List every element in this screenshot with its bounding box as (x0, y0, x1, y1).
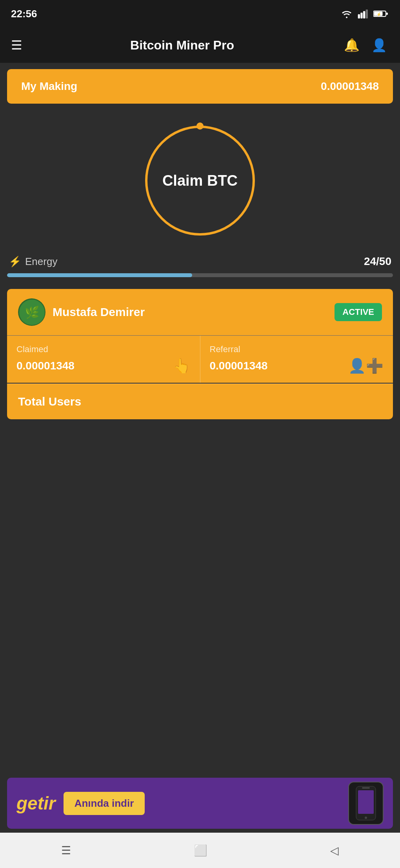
ad-cta-button[interactable]: Anında indir (64, 792, 145, 815)
claimed-value: 0.00001348 (16, 360, 75, 372)
referral-value-row: 0.00001348 👤➕ (210, 358, 384, 374)
referral-cell: Referral 0.00001348 👤➕ (200, 336, 393, 383)
claimed-cell: Claimed 0.00001348 👆 (7, 336, 200, 383)
claimed-label: Claimed (16, 344, 191, 355)
battery-icon: ⚡ (373, 9, 389, 18)
svg-text:⚡: ⚡ (376, 12, 382, 17)
status-icons: ⚡ (340, 9, 389, 18)
user-card: 🌿 Mustafa Demirer ACTIVE (7, 289, 393, 335)
bell-icon[interactable]: 🔔 (342, 38, 362, 53)
nav-title: Bitcoin Miner Pro (30, 38, 334, 53)
bottom-home-icon[interactable]: ☰ (61, 844, 71, 857)
svg-rect-0 (358, 14, 360, 18)
status-time: 22:56 (11, 8, 37, 20)
total-users-card: Total Users (7, 384, 393, 419)
energy-bar-fill (7, 273, 192, 277)
signal-icon (358, 9, 369, 18)
energy-left: ⚡ Energy (9, 256, 57, 268)
energy-bar-background (7, 273, 393, 277)
energy-section: ⚡ Energy 24/50 (0, 251, 400, 285)
ad-banner[interactable]: getir Anında indir (7, 778, 393, 829)
wifi-icon (340, 9, 353, 18)
avatar-inner: 🌿 (19, 300, 45, 325)
my-making-value: 0.00001348 (321, 80, 379, 93)
claimed-value-row: 0.00001348 👆 (16, 358, 191, 374)
user-info: 🌿 Mustafa Demirer (18, 298, 145, 326)
user-name: Mustafa Demirer (53, 305, 145, 319)
bottom-back-button[interactable]: ◁ (330, 844, 339, 857)
claim-btc-button[interactable]: Claim BTC (145, 126, 255, 236)
my-making-banner: My Making 0.00001348 (7, 69, 393, 104)
add-user-icon[interactable]: 👤➕ (348, 358, 384, 374)
energy-value: 24/50 (364, 255, 391, 268)
user-icon[interactable]: 👤 (369, 38, 389, 53)
ad-phone-image (348, 782, 384, 825)
svg-rect-3 (366, 9, 368, 18)
status-bar: 22:56 ⚡ (0, 0, 400, 27)
svg-rect-10 (362, 787, 370, 789)
active-badge: ACTIVE (335, 303, 382, 321)
phone-svg (354, 786, 378, 821)
svg-rect-1 (360, 13, 362, 18)
svg-rect-6 (386, 13, 388, 15)
claim-section: Claim BTC (0, 110, 400, 251)
svg-rect-2 (363, 11, 365, 18)
top-nav: ☰ Bitcoin Miner Pro 🔔 👤 (0, 27, 400, 63)
referral-label: Referral (210, 344, 384, 355)
avatar: 🌿 (18, 298, 45, 326)
touch-icon: 👆 (173, 358, 191, 374)
svg-point-11 (365, 817, 367, 819)
ad-brand-text: getir (16, 793, 56, 814)
referral-value: 0.00001348 (210, 360, 268, 372)
total-users-label: Total Users (18, 395, 81, 408)
bottom-nav: ☰ ⬜ ◁ (0, 833, 400, 868)
svg-rect-9 (358, 790, 374, 814)
my-making-label: My Making (21, 80, 77, 93)
claim-btc-label: Claim BTC (162, 172, 238, 189)
hamburger-icon[interactable]: ☰ (11, 38, 22, 53)
avatar-leaf-icon: 🌿 (25, 305, 39, 319)
stats-row: Claimed 0.00001348 👆 Referral 0.00001348… (7, 335, 393, 383)
bottom-home-button[interactable]: ⬜ (194, 844, 207, 857)
lightning-icon: ⚡ (9, 256, 21, 268)
energy-header: ⚡ Energy 24/50 (7, 255, 393, 268)
energy-label: Energy (25, 256, 57, 268)
